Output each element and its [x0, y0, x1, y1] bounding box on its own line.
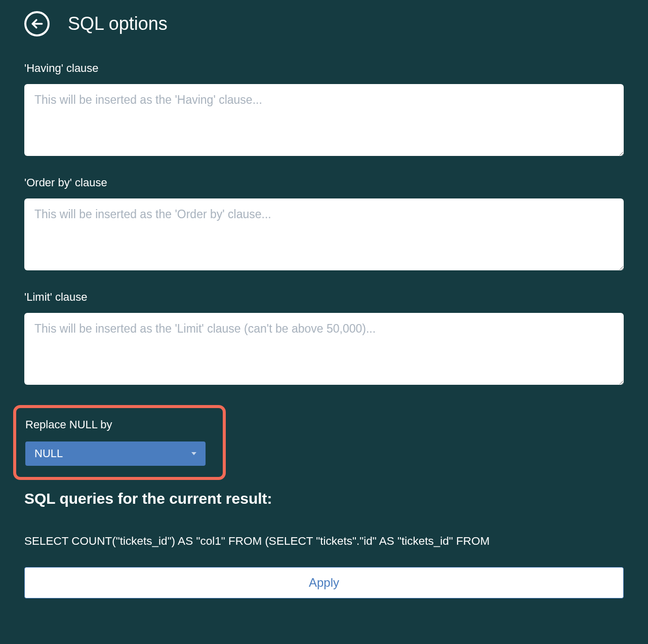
- replace-null-select[interactable]: NULL: [25, 441, 206, 466]
- having-label: 'Having' clause: [24, 62, 624, 75]
- orderby-input[interactable]: [24, 198, 624, 270]
- page-title: SQL options: [68, 13, 168, 34]
- back-button[interactable]: [24, 11, 50, 36]
- replace-null-label: Replace NULL by: [25, 418, 214, 431]
- sql-query-text: SELECT COUNT("tickets_id") AS "col1" FRO…: [24, 533, 624, 550]
- replace-null-selected-value: NULL: [34, 447, 63, 460]
- arrow-left-icon: [30, 17, 44, 30]
- having-input[interactable]: [24, 84, 624, 156]
- caret-down-icon: [191, 452, 196, 455]
- limit-label: 'Limit' clause: [24, 291, 624, 304]
- replace-null-highlight: Replace NULL by NULL: [13, 405, 226, 480]
- apply-button[interactable]: Apply: [24, 567, 624, 598]
- limit-input[interactable]: [24, 313, 624, 385]
- results-heading: SQL queries for the current result:: [24, 490, 624, 507]
- orderby-label: 'Order by' clause: [24, 176, 624, 189]
